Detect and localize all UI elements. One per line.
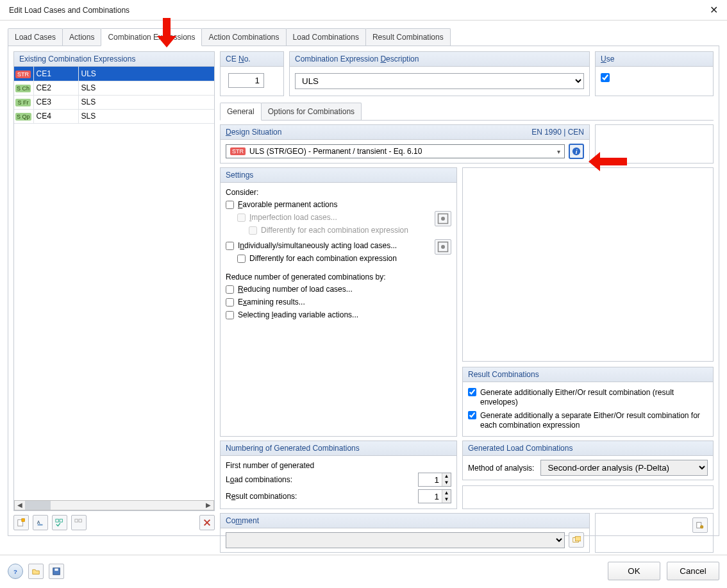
right-column: CE No. Combination Expression Descriptio… [220,51,714,530]
ce-no-input[interactable] [228,73,264,88]
table-row[interactable]: STRCE1ULS [14,67,214,81]
table-hscroll[interactable]: ◀▶ [14,500,214,510]
svg-rect-5 [75,519,78,522]
table-row[interactable]: S QpCE4SLS [14,109,214,123]
tab-actions[interactable]: Actions [62,28,101,46]
top-trio: CE No. Combination Expression Descriptio… [220,51,714,96]
subtab-options[interactable]: Options for Combinations [261,103,362,120]
ce-no-panel: CE No. [220,51,284,96]
svg-rect-3 [56,519,58,522]
imperfection-config-button[interactable] [435,211,451,226]
chk-favorable[interactable]: Favorable permanent actions [226,198,451,211]
chk-reducing[interactable]: Reducing number of load cases... [226,283,451,296]
ce-table[interactable]: STRCE1ULSS ChCE2SLSS FrCE3SLSS QpCE4SLS [14,67,214,124]
help-button[interactable]: ? [8,564,23,579]
close-icon[interactable]: ✕ [706,4,722,16]
design-value: ULS (STR/GEO) - Permanent / transient - … [249,147,422,156]
tab-combination-expressions[interactable]: Combination Expressions [101,28,202,46]
result-comb-spin[interactable]: ▲▼ [418,489,451,503]
tab-load-combinations[interactable]: Load Combinations [286,28,366,46]
tab-action-combinations[interactable]: Action Combinations [201,28,286,46]
comment-select[interactable] [226,532,565,548]
design-situation-label: Design Situation [226,128,281,137]
chk-diff1: Differently for each combination express… [249,224,435,237]
deselect-button[interactable] [71,515,87,530]
settings-panel: Settings Consider: Favorable permanent a… [220,167,457,437]
titlebar: Edit Load Cases and Combinations ✕ [0,0,727,21]
select-all-button[interactable] [52,515,67,530]
cancel-button[interactable]: Cancel [667,562,719,580]
glc-panel: Generated Load Combinations Method of an… [462,441,714,480]
load-comb-label: Load combinations: [226,475,292,484]
use-panel: Use [595,51,714,96]
left-column: Existing Combination Expressions STRCE1U… [13,51,215,530]
comment-edit-button[interactable] [569,532,584,548]
delete-button[interactable] [199,515,215,530]
new-button[interactable] [13,515,29,530]
rc-header: Result Combinations [463,367,713,382]
svg-text:?: ? [13,567,17,575]
tab-load-cases[interactable]: Load Cases [8,28,63,46]
aux-config-button[interactable] [692,517,708,533]
rename-button[interactable]: A [33,515,48,530]
design-badge: STR [230,147,246,155]
chk-rc2[interactable]: Generate additionally a separate Either/… [468,409,708,432]
svg-rect-4 [60,519,62,522]
table-row[interactable]: S FrCE3SLS [14,95,214,109]
use-checkbox[interactable] [601,73,610,82]
numbering-panel: Numbering of Generated Combinations Firs… [220,441,457,509]
table-row[interactable]: S ChCE2SLS [14,81,214,95]
svg-text:i: i [576,148,578,155]
design-aux-panel [595,124,714,164]
result-comb-label: Result combinations: [226,492,297,501]
design-standard: EN 1990 | CEN [531,128,584,137]
save-button[interactable] [49,564,64,579]
chk-diff2[interactable]: Differently for each combination express… [237,252,435,265]
ce-desc-select[interactable]: ULS [295,73,584,89]
chk-indiv[interactable]: Individually/simultaneously acting load … [226,239,435,252]
open-button[interactable] [28,564,44,579]
consider-label: Consider: [226,187,451,198]
info-button[interactable]: i [569,144,584,159]
svg-rect-19 [54,568,58,571]
comment-panel: Comment [220,513,590,553]
ce-desc-label: Combination Expression Description [290,52,589,67]
ok-button[interactable]: OK [608,562,660,580]
comment-aux-panel [595,513,714,553]
use-label: Use [596,52,713,67]
design-situation-panel: Design Situation EN 1990 | CEN STR ULS (… [220,124,590,164]
chk-examining[interactable]: Examining results... [226,296,451,308]
blank-panel [462,167,714,362]
indiv-config-button[interactable] [435,239,451,255]
main-tabs: Load Cases Actions Combination Expressio… [8,28,719,46]
sub-tabs: General Options for Combinations [220,103,714,121]
glc-select[interactable]: Second-order analysis (P-Delta) [540,460,708,476]
load-comb-spin[interactable]: ▲▼ [418,473,451,487]
tab-result-combinations[interactable]: Result Combinations [365,28,451,46]
glc-header: Generated Load Combinations [463,441,713,456]
design-situation-select[interactable]: STR ULS (STR/GEO) - Permanent / transien… [226,144,565,158]
middle-row: Settings Consider: Favorable permanent a… [220,167,714,437]
result-combinations-panel: Result Combinations Generate additionall… [462,367,714,437]
subtab-general[interactable]: General [220,103,262,121]
dialog-footer: ? OK Cancel [0,555,727,588]
dialog-content: Load Cases Actions Combination Expressio… [0,21,727,541]
svg-rect-14 [575,537,581,541]
chk-imperfection: Imperfection load cases... [237,211,435,224]
ce-desc-panel: Combination Expression Description ULS [289,51,590,96]
glc-aux-panel [462,485,714,509]
svg-point-10 [441,217,445,221]
glc-label: Method of analysis: [468,464,534,473]
window-title: Edit Load Cases and Combinations [9,6,130,15]
tab-body: Existing Combination Expressions STRCE1U… [8,46,719,536]
existing-ce-header: Existing Combination Expressions [14,52,214,67]
left-toolbar: A [13,511,215,530]
svg-point-16 [700,525,703,528]
right-inner: Result Combinations Generate additionall… [462,167,714,437]
svg-rect-6 [79,519,81,522]
svg-rect-1 [22,519,24,521]
first-number-label: First number of generated [226,460,451,471]
chk-rc1[interactable]: Generate additionally Either/Or result c… [468,386,708,409]
chk-selecting[interactable]: Selecting leading variable actions... [226,308,451,321]
svg-point-12 [441,245,445,249]
